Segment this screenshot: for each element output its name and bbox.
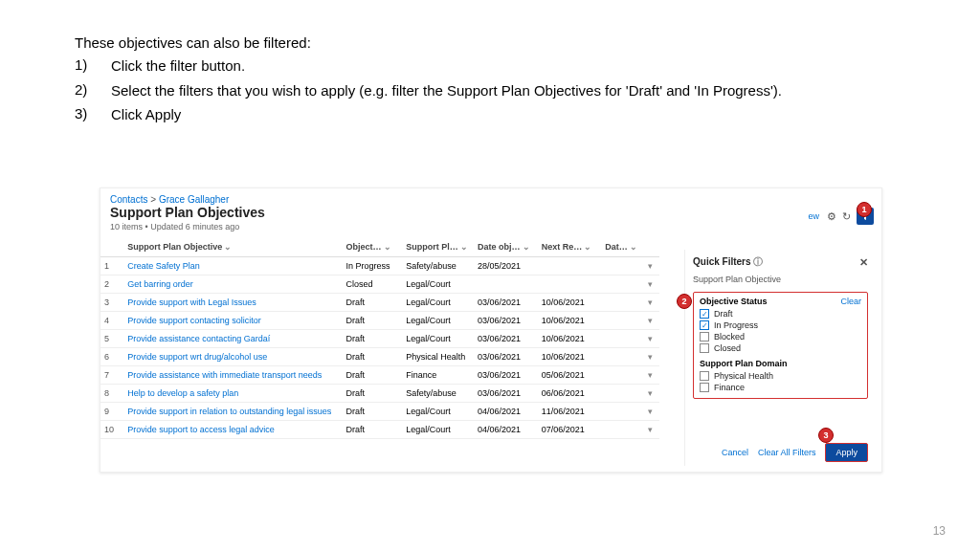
new-label-fragment: ew bbox=[808, 211, 819, 221]
filter-group-label: Support Plan Objective bbox=[693, 275, 868, 284]
status-option[interactable]: ✓Draft bbox=[700, 309, 861, 319]
step-number: 3) bbox=[75, 105, 111, 124]
option-label: Closed bbox=[714, 343, 741, 353]
objective-link[interactable]: Provide support contacting solicitor bbox=[123, 312, 342, 330]
step-number: 1) bbox=[75, 56, 111, 76]
apply-button[interactable]: Apply bbox=[825, 443, 868, 462]
breadcrumb-leaf[interactable]: Grace Gallagher bbox=[159, 194, 229, 205]
row-number: 3 bbox=[100, 294, 123, 312]
col-domain[interactable]: Support Pl…⌄ bbox=[402, 237, 474, 257]
option-label: In Progress bbox=[714, 320, 758, 330]
checkbox-icon bbox=[700, 332, 709, 342]
next-cell bbox=[538, 257, 602, 276]
domain-cell: Legal/Court bbox=[402, 421, 474, 439]
next-cell: 10/06/2021 bbox=[538, 294, 602, 312]
status-cell: Draft bbox=[343, 385, 403, 403]
status-cell: Draft bbox=[343, 403, 403, 421]
refresh-icon[interactable]: ↻ bbox=[842, 210, 851, 223]
objective-link[interactable]: Get barring order bbox=[123, 276, 342, 294]
objective-link[interactable]: Provide support to access legal advice bbox=[123, 421, 342, 439]
col-status[interactable]: Object…⌄ bbox=[343, 237, 403, 257]
callout-2: 2 bbox=[677, 294, 692, 309]
status-cell: Draft bbox=[343, 312, 403, 330]
col-objective[interactable]: Support Plan Objective⌄ bbox=[123, 237, 342, 257]
dat-cell bbox=[601, 348, 641, 366]
row-menu-icon[interactable]: ▾ bbox=[642, 348, 659, 366]
cancel-link[interactable]: Cancel bbox=[722, 448, 748, 457]
status-option[interactable]: ✓In Progress bbox=[700, 320, 861, 330]
table-row: 5Provide assistance contacting GardaíDra… bbox=[100, 330, 659, 348]
checkbox-icon bbox=[700, 383, 709, 392]
date-cell: 03/06/2021 bbox=[474, 330, 538, 348]
row-menu-icon[interactable]: ▾ bbox=[642, 366, 659, 385]
objective-link[interactable]: Provide support with Legal Issues bbox=[123, 294, 342, 312]
table-row: 2Get barring orderClosedLegal/Court▾ bbox=[100, 276, 659, 294]
dat-cell bbox=[601, 385, 641, 403]
chevron-down-icon: ⌄ bbox=[460, 242, 468, 252]
objective-link[interactable]: Provide support wrt drug/alcohol use bbox=[123, 348, 342, 366]
col-rownum bbox=[100, 237, 123, 257]
step-text: Click Apply bbox=[111, 105, 782, 124]
checkbox-icon: ✓ bbox=[700, 320, 709, 330]
breadcrumb-separator: > bbox=[150, 194, 156, 205]
row-number: 10 bbox=[100, 421, 123, 439]
domain-cell: Legal/Court bbox=[402, 403, 474, 421]
date-cell: 04/06/2021 bbox=[474, 403, 538, 421]
row-number: 1 bbox=[100, 257, 123, 276]
row-menu-icon[interactable]: ▾ bbox=[642, 403, 659, 421]
table-row: 10Provide support to access legal advice… bbox=[100, 421, 659, 439]
domain-option[interactable]: Physical Health bbox=[700, 371, 861, 381]
next-cell: 05/06/2021 bbox=[538, 366, 602, 385]
breadcrumb-root[interactable]: Contacts bbox=[110, 194, 147, 205]
domain-cell: Legal/Court bbox=[402, 294, 474, 312]
chevron-down-icon: ⌄ bbox=[224, 242, 232, 252]
list-subtitle: 10 items • Updated 6 minutes ago bbox=[100, 220, 881, 237]
domain-cell: Legal/Court bbox=[402, 312, 474, 330]
row-menu-icon[interactable]: ▾ bbox=[642, 312, 659, 330]
next-cell: 10/06/2021 bbox=[538, 348, 602, 366]
domain-cell: Finance bbox=[402, 366, 474, 385]
objectives-table: Support Plan Objective⌄ Object…⌄ Support… bbox=[100, 237, 659, 439]
row-menu-icon[interactable]: ▾ bbox=[642, 276, 659, 294]
table-row: 8Help to develop a safety planDraftSafet… bbox=[100, 385, 659, 403]
objective-link[interactable]: Provide assistance contacting Gardaí bbox=[123, 330, 342, 348]
row-menu-icon[interactable]: ▾ bbox=[642, 330, 659, 348]
row-number: 7 bbox=[100, 366, 123, 385]
col-dat[interactable]: Dat…⌄ bbox=[601, 237, 641, 257]
chevron-down-icon: ⌄ bbox=[630, 242, 637, 252]
app-screenshot: Contacts > Grace Gallagher Support Plan … bbox=[100, 187, 882, 473]
status-option[interactable]: Closed bbox=[700, 343, 861, 353]
domain-cell: Physical Health bbox=[402, 348, 474, 366]
objective-link[interactable]: Help to develop a safety plan bbox=[123, 385, 342, 403]
domain-cell: Legal/Court bbox=[402, 276, 474, 294]
step-text: Select the filters that you wish to appl… bbox=[111, 81, 782, 100]
col-next[interactable]: Next Re…⌄ bbox=[538, 237, 602, 257]
next-cell: 06/06/2021 bbox=[538, 385, 602, 403]
table-row: 6Provide support wrt drug/alcohol useDra… bbox=[100, 348, 659, 366]
close-icon[interactable]: ✕ bbox=[859, 256, 868, 269]
objective-link[interactable]: Provide assistance with immediate transp… bbox=[123, 366, 342, 385]
date-cell: 03/06/2021 bbox=[474, 312, 538, 330]
step-text: Click the filter button. bbox=[111, 56, 782, 76]
status-heading: Objective Status bbox=[700, 297, 768, 306]
domain-heading: Support Plan Domain bbox=[700, 359, 788, 368]
chevron-down-icon: ⌄ bbox=[523, 242, 530, 252]
row-menu-icon[interactable]: ▾ bbox=[642, 257, 659, 276]
status-cell: Closed bbox=[343, 276, 403, 294]
row-menu-icon[interactable]: ▾ bbox=[642, 421, 659, 439]
status-option[interactable]: Blocked bbox=[700, 332, 861, 342]
table-row: 1Create Safety PlanIn ProgressSafety/abu… bbox=[100, 257, 659, 276]
info-icon[interactable]: ⓘ bbox=[753, 256, 763, 267]
col-date[interactable]: Date obj…⌄ bbox=[474, 237, 538, 257]
dat-cell bbox=[601, 366, 641, 385]
domain-option[interactable]: Finance bbox=[700, 383, 861, 392]
row-menu-icon[interactable]: ▾ bbox=[642, 385, 659, 403]
row-menu-icon[interactable]: ▾ bbox=[642, 294, 659, 312]
objective-link[interactable]: Provide support in relation to outstandi… bbox=[123, 403, 342, 421]
clear-all-link[interactable]: Clear All Filters bbox=[758, 448, 816, 457]
gear-icon[interactable]: ⚙ bbox=[827, 210, 836, 223]
clear-link[interactable]: Clear bbox=[840, 297, 861, 306]
objective-link[interactable]: Create Safety Plan bbox=[123, 257, 342, 276]
date-cell: 28/05/2021 bbox=[474, 257, 538, 276]
breadcrumb[interactable]: Contacts > Grace Gallagher bbox=[100, 188, 881, 205]
